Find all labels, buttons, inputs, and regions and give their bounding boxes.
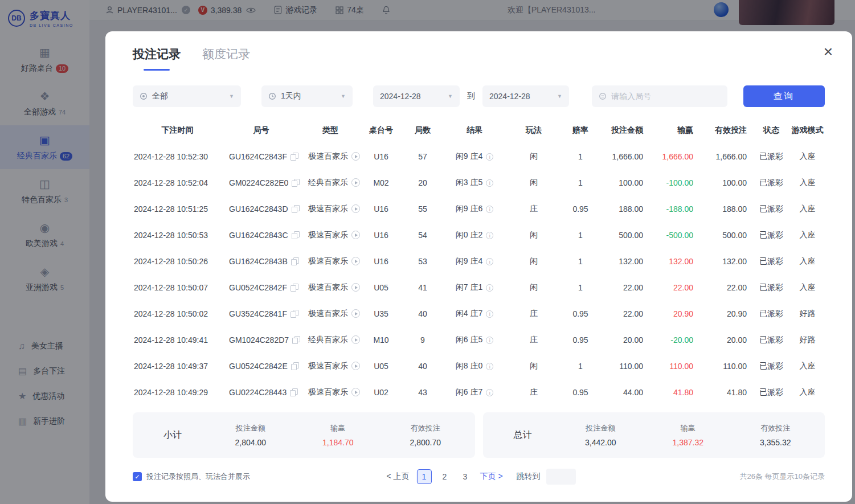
valid-bet: 132.00 — [722, 257, 747, 266]
page-button-1[interactable]: 1 — [417, 469, 432, 484]
bet-amount: 132.00 — [619, 257, 643, 266]
column-header: 结果 — [444, 117, 505, 144]
total-bet-label: 投注金额 — [557, 423, 645, 433]
search-button[interactable]: 查询 — [743, 85, 825, 107]
table-number: U16 — [374, 204, 388, 214]
info-icon[interactable]: i — [486, 258, 493, 265]
play-icon[interactable] — [351, 388, 360, 396]
play-type: 闲 — [530, 282, 538, 292]
info-icon[interactable]: i — [486, 206, 493, 213]
odds: 0.95 — [572, 204, 588, 214]
column-header: 下注时间 — [133, 117, 222, 144]
page-button-3[interactable]: 3 — [458, 469, 473, 484]
subtotal-valid: 有效投注 2,800.70 — [382, 423, 469, 447]
next-page-button[interactable]: 下页 > — [480, 472, 503, 482]
copy-icon[interactable] — [291, 257, 298, 265]
merge-checkbox-label: 投注记录按照局、玩法合并展示 — [146, 472, 250, 482]
bet-time: 2024-12-28 10:52:04 — [134, 178, 208, 187]
subtotal-bet-label: 投注金额 — [207, 423, 294, 433]
round-id: GU0224C28443 — [229, 388, 287, 397]
play-icon[interactable] — [351, 152, 360, 161]
win-loss: 132.00 — [669, 257, 693, 266]
round-search-input[interactable] — [611, 92, 721, 101]
copy-icon[interactable] — [291, 362, 298, 370]
info-icon[interactable]: i — [486, 363, 493, 370]
info-icon[interactable]: i — [486, 310, 493, 318]
odds: 0.95 — [572, 335, 588, 345]
table-number: U35 — [374, 309, 388, 318]
bet-time: 2024-12-28 10:50:53 — [134, 231, 208, 240]
time-range-select[interactable]: 1天内 ▼ — [261, 85, 353, 107]
play-icon[interactable] — [351, 178, 360, 187]
play-icon[interactable] — [351, 362, 360, 370]
merge-checkbox[interactable]: ✓ — [133, 472, 142, 481]
odds: 1 — [578, 231, 583, 240]
close-icon[interactable]: × — [824, 44, 833, 60]
info-icon[interactable]: i — [486, 232, 493, 239]
play-icon[interactable] — [351, 283, 360, 292]
copy-icon[interactable] — [291, 284, 298, 291]
prev-page-button[interactable]: < 上页 — [386, 472, 409, 482]
play-type: 闲 — [530, 361, 538, 370]
bet-records-table: 下注时间局号类型桌台号局数结果玩法赔率投注金额输赢有效投注状态游戏模式2024-… — [133, 117, 825, 405]
copy-icon[interactable] — [292, 179, 299, 186]
copy-icon[interactable] — [292, 231, 299, 239]
copy-icon[interactable] — [290, 388, 297, 396]
game-mode: 入座 — [800, 387, 816, 396]
play-icon[interactable] — [351, 204, 360, 213]
status: 已派彩 — [759, 151, 783, 161]
valid-bet: 1,666.00 — [716, 152, 747, 161]
table-row: 2024-12-28 10:50:26GU1624C2843B极速百家乐U165… — [133, 248, 825, 274]
info-icon[interactable]: i — [486, 284, 493, 292]
result: 闲4 庄7 — [456, 309, 482, 318]
page-button-2[interactable]: 2 — [437, 469, 452, 484]
date-from-value: 2024-12-28 — [380, 92, 421, 101]
game-mode: 好路 — [800, 309, 816, 318]
bet-amount: 22.00 — [623, 309, 643, 318]
total-valid: 有效投注 3,355.32 — [732, 423, 820, 447]
round-search-field[interactable] — [592, 85, 727, 107]
tab-bet-records[interactable]: 投注记录 — [133, 46, 181, 71]
date-from-picker[interactable]: 2024-12-28 ▼ — [373, 85, 460, 107]
valid-bet: 188.00 — [722, 204, 747, 214]
game-type: 极速百家乐 — [308, 151, 348, 161]
total-win-label: 输赢 — [644, 423, 732, 433]
play-type: 庄 — [530, 204, 538, 213]
jump-page-input[interactable] — [546, 469, 576, 485]
info-icon[interactable]: i — [486, 337, 493, 344]
game-type-select[interactable]: 全部 ▼ — [133, 85, 241, 107]
play-type: 庄 — [530, 387, 538, 396]
play-icon[interactable] — [351, 335, 360, 344]
copy-icon[interactable] — [292, 336, 300, 343]
column-header: 有效投注 — [699, 117, 752, 144]
game-mode: 入座 — [800, 178, 816, 187]
copy-icon[interactable] — [291, 153, 298, 160]
table-number: U16 — [374, 152, 388, 161]
column-header: 玩法 — [505, 117, 562, 144]
play-icon[interactable] — [351, 231, 360, 239]
play-icon[interactable] — [351, 309, 360, 318]
date-to-value: 2024-12-28 — [489, 92, 530, 101]
copy-icon[interactable] — [292, 205, 299, 212]
game-mode: 入座 — [800, 282, 816, 292]
win-loss: -100.00 — [666, 178, 693, 187]
result: 闲9 庄6 — [456, 204, 482, 213]
info-icon[interactable]: i — [486, 389, 493, 396]
subtotal-bet: 投注金额 2,804.00 — [207, 423, 294, 447]
copy-icon[interactable] — [291, 310, 298, 317]
column-header: 类型 — [300, 117, 361, 144]
play-icon[interactable] — [351, 257, 360, 265]
play-type: 庄 — [530, 335, 538, 344]
game-type: 极速百家乐 — [308, 204, 348, 213]
play-type: 闲 — [530, 230, 538, 239]
bet-amount: 44.00 — [623, 388, 643, 397]
bet-amount: 1,666.00 — [612, 152, 644, 161]
info-icon[interactable]: i — [486, 179, 493, 187]
chevron-down-icon: ▼ — [341, 93, 346, 99]
app-root: DB 多寶真人 DB LIVE CASINO ▦好路桌台10❖全部游戏74▣经典… — [0, 0, 855, 504]
game-mode: 入座 — [800, 151, 816, 161]
date-to-picker[interactable]: 2024-12-28 ▼ — [482, 85, 569, 107]
tab-quota-records[interactable]: 额度记录 — [202, 46, 250, 71]
column-header: 局数 — [402, 117, 444, 144]
info-icon[interactable]: i — [486, 153, 493, 161]
